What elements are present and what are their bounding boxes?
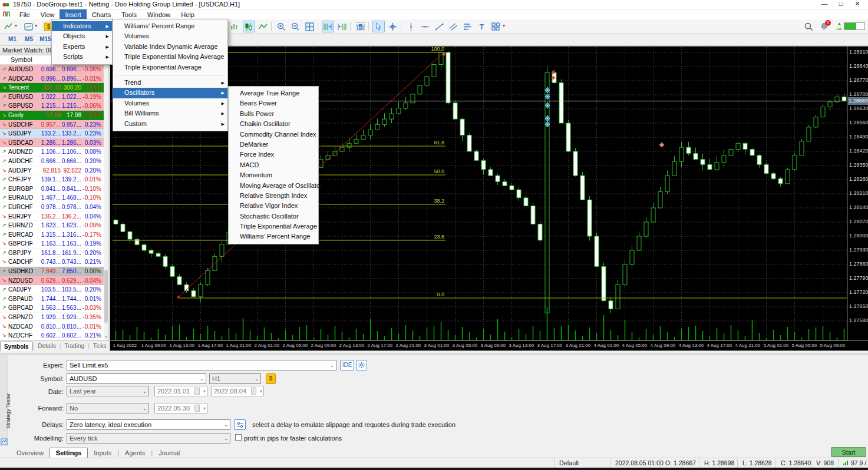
table-row-geely[interactable]: ↘Geely17.8617.98-1.01% [0,111,104,120]
candles-icon[interactable] [243,21,255,32]
tester-tab-agents[interactable]: Agents [119,448,151,458]
indicators-item-bill-williams[interactable]: Bill Williams▶ [113,108,227,118]
oscillator-item-bulls-power[interactable]: Bulls Power [229,109,318,119]
date-spinner[interactable] [251,388,256,395]
pips-checkbox[interactable] [235,434,242,441]
table-row-chfjpy[interactable]: ↗CHFJPY139.1...139.2...-0.01% [0,175,104,184]
table-row-gbpaud[interactable]: ↗GBPAUD1.744...1.744...0.01% [0,294,104,304]
table-row-gbpchf[interactable]: ↘GBPCHF1.163...1.163...0.19% [0,239,104,249]
table-row-cadjpy[interactable]: ↗CADJPY103.5...103.5...0.20% [0,285,104,294]
table-row-usdcad[interactable]: ↘USDCAD1.286...1.286...0.03% [0,138,104,148]
tester-tab-settings[interactable]: Settings [49,448,88,458]
table-row-audjpy[interactable]: ↘AUDJPY92.81592.8220.20% [0,166,104,176]
forward-date-field[interactable]: 2022.05.30▾ [154,403,207,413]
indicators-item-oscillators[interactable]: Oscillators▶ [113,88,227,98]
market-watch-tab-symbols[interactable]: Symbols [0,342,33,351]
menubar-item-window[interactable]: Window [142,9,176,19]
table-row-nzdchf[interactable]: ↘NZDCHF0.602...0.602...0.21% [0,331,104,340]
ide-button[interactable]: IDE [340,360,354,370]
minimize-button[interactable]: — [816,0,833,7]
timeframe-button-m1[interactable]: M1 [5,35,20,44]
date-spinner[interactable] [194,388,200,395]
menubar-item-file[interactable]: File [14,9,35,19]
market-watch-tab-ticks[interactable]: Ticks [90,343,110,349]
linemode-icon[interactable] [257,21,269,32]
indicators-item-custom[interactable]: Custom▶ [113,119,227,129]
oscillator-item-demarker[interactable]: DeMarker [229,140,318,150]
market-watch-tab-details[interactable]: Details [34,343,60,349]
indicators-item-trend[interactable]: Trend▶ [113,78,227,88]
line-chart-icon[interactable] [2,21,15,32]
menubar-item-view[interactable]: View [35,9,60,19]
bars-icon[interactable] [229,21,241,32]
chevron-down-icon[interactable]: ▾ [15,23,17,28]
search-icon[interactable] [803,21,815,32]
expert-settings-gear-icon[interactable] [356,360,367,370]
insert-menu-item-objects[interactable]: Objects▶ [52,31,112,41]
market-watch-scrollbar[interactable]: ⌄ [104,65,108,340]
oscillator-item-stochastic-oscillator[interactable]: Stochastic Oscillator [229,211,318,221]
table-row-eurchf[interactable]: ↗EURCHF0.978...0.978...0.04% [0,203,104,212]
oscillator-item-williams-percent-range[interactable]: Williams' Percent Range [229,231,318,241]
oscillator-item-moving-average-of-oscillator[interactable]: Moving Average of Oscillator [229,181,318,191]
timeframe-button-m5[interactable]: M5 [21,35,37,44]
table-row-audchf[interactable]: ↗AUDCHF0.666...0.666...0.20% [0,157,104,166]
template-icon[interactable] [22,21,35,32]
shift-left-icon[interactable] [336,21,348,32]
menubar-item-charts[interactable]: Charts [87,9,116,19]
scrollbar-thumb[interactable] [104,270,108,323]
table-row-gbpcad[interactable]: ↗GBPCAD1.563...1.563...-0.03% [0,303,104,313]
cursor-icon[interactable] [372,21,385,32]
tester-tab-overview[interactable]: Overview [11,448,49,458]
table-row-eurnzd[interactable]: ↗EURNZD1.623...1.623...-0.09% [0,221,104,230]
trendline-icon[interactable] [433,21,445,32]
oscillator-item-average-true-range[interactable]: Average True Range [229,88,318,98]
indicators-item-williams-percent-range[interactable]: Williams' Percent Range [113,21,227,31]
table-row-nzdusd[interactable]: ↘NZDUSD0.629...0.629...-0.04% [0,276,104,286]
date-spinner[interactable] [194,405,200,412]
tester-tab-inputs[interactable]: Inputs [88,448,117,458]
start-button[interactable]: Start [831,447,866,457]
table-row-cadchf[interactable]: ↘CADCHF0.743...0.743...0.21% [0,257,104,267]
table-row-nzdcad[interactable]: ↘NZDCAD0.810...0.810...-0.01% [0,322,104,332]
table-row-usdhkd[interactable]: •USDHKD7.849...7.850...0.00% [0,267,104,276]
insert-menu-item-scripts[interactable]: Scripts▶ [52,52,112,62]
delays-select[interactable]: Zero latency, ideal execution⌄ [67,419,230,430]
oscillator-item-bears-power[interactable]: Bears Power [229,98,318,108]
indicators-item-triple-exponential-average[interactable]: Triple Exponential Average [113,62,227,72]
delay-settings-icon[interactable] [234,419,246,430]
market-watch-tab-trading[interactable]: Trading [61,343,88,349]
oscillator-item-macd[interactable]: MACD [229,160,318,170]
oscillator-item-chaikin-oscillator[interactable]: Chaikin Oscillator [229,119,318,129]
table-row-euraud[interactable]: ↗EURAUD1.467...1.468...-0.10% [0,193,104,203]
indicators-item-triple-exponential-moving-average[interactable]: Triple Exponential Moving Average [113,52,227,62]
time-axis[interactable]: 1 Aug 20221 Aug 09:001 Aug 13:001 Aug 17… [110,340,868,350]
modelling-select[interactable]: Every tick⌄ [67,433,230,443]
oscillator-item-commodity-channel-index[interactable]: Commodity Channel Index [229,130,318,140]
tester-tab-journal[interactable]: Journal [153,448,186,458]
table-row-usdjpy[interactable]: ↘USDJPY133.2...133.2...0.23% [0,129,104,138]
scroll-down-icon[interactable]: ⌄ [104,332,108,340]
date-to-field[interactable]: 2022.08.04▾ [211,386,264,396]
table-row-eurcad[interactable]: ↗EURCAD1.315...1.316...-0.17% [0,230,104,240]
zoom-out-icon[interactable] [289,21,302,32]
menubar-item-insert[interactable]: Insert [60,9,87,19]
table-row-eurgbp[interactable]: ↗EURGBP0.841...0.841...-0.10% [0,184,104,194]
zoom-in-icon[interactable] [275,21,288,32]
table-row-audusd[interactable]: ↗AUDUSD0.696...0.696...-0.06% [0,65,104,74]
insert-menu-item-indicators[interactable]: Indicators▶ [52,21,112,31]
symbol-select[interactable]: AUDUSD⌄ [67,373,206,384]
camera-icon[interactable] [354,21,367,32]
channel-icon[interactable] [447,21,460,32]
chevron-down-icon[interactable]: ▾ [35,23,37,28]
table-row-audnzd[interactable]: ↗AUDNZD1.106...1.106...0.08% [0,147,104,157]
oscillator-item-force-index[interactable]: Force Index [229,150,318,160]
oscillator-item-triple-exponential-average[interactable]: Triple Exponential Average [229,221,318,231]
price-axis[interactable]: 1.289101.288401.287701.287001.286301.285… [847,47,868,340]
shift-right-icon[interactable] [322,21,334,32]
deposit-currency-button[interactable]: $ [266,373,276,384]
date-preset-select[interactable]: Last year⌄ [67,386,149,396]
table-row-tencent[interactable]: ↘Tencent307.30308.20-1.19% [0,83,104,92]
forward-select[interactable]: No⌄ [67,403,149,413]
indicators-item-volumes[interactable]: Volumes▶ [113,98,227,108]
